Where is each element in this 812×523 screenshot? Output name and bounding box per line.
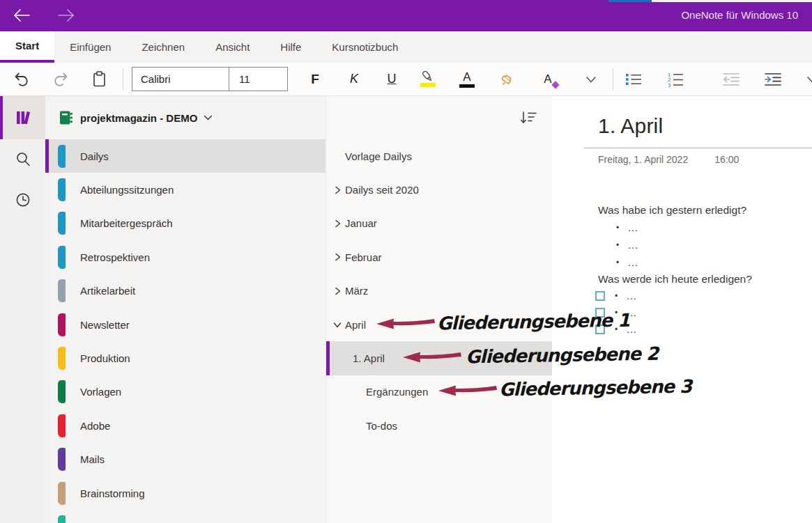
- page-label: 1. April: [353, 352, 385, 364]
- section-item[interactable]: Artikelarbeit: [45, 274, 325, 308]
- page-item[interactable]: März: [326, 274, 552, 308]
- section-color-tab-icon: [58, 178, 66, 201]
- forward-icon[interactable]: [54, 6, 78, 25]
- more-font-options-chevron[interactable]: [579, 68, 603, 91]
- notebook-name: projektmagazin - DEMO: [80, 112, 197, 124]
- titlebar: OneNote für Windows 10: [0, 0, 812, 31]
- question-line[interactable]: Was habe ich gestern erledigt?: [598, 202, 752, 219]
- font-color-button[interactable]: A: [455, 68, 479, 91]
- page-label: Dailys seit 2020: [345, 184, 419, 196]
- section-label: Brainstorming: [80, 487, 145, 499]
- ribbon-tab-label: Hilfe: [280, 41, 301, 53]
- bullet-text[interactable]: …: [627, 256, 639, 269]
- back-icon[interactable]: [10, 6, 33, 25]
- rail-item-recent-notes[interactable]: [0, 180, 45, 220]
- ribbon-tab-label: Ansicht: [215, 41, 250, 53]
- page-title[interactable]: 1. April: [598, 114, 663, 138]
- annotation-outline-level-3: Gliederungsebene 3: [499, 376, 692, 400]
- numbered-list-button[interactable]: 1 2 3: [664, 68, 687, 91]
- font-name-combobox[interactable]: Calibri: [132, 67, 229, 91]
- page-expand-chevron-icon[interactable]: [332, 286, 343, 297]
- indent-button[interactable]: [761, 68, 785, 91]
- section-item[interactable]: Brainstorming: [45, 476, 325, 510]
- page-expand-chevron-icon[interactable]: [332, 319, 343, 330]
- section-item[interactable]: Dailys: [45, 139, 325, 173]
- page-item[interactable]: Dailys seit 2020: [326, 173, 552, 206]
- section-label: Abteilungssitzungen: [80, 184, 174, 196]
- section-item[interactable]: Schnelle Notizen: [45, 510, 325, 523]
- bullet-item[interactable]: • …: [598, 253, 752, 271]
- page-label: To-dos: [366, 420, 397, 432]
- annotation-arrow-1: [374, 315, 436, 332]
- svg-text:3: 3: [668, 81, 671, 88]
- section-item[interactable]: Adobe: [45, 409, 325, 442]
- ribbon-tab[interactable]: Hilfe: [265, 31, 316, 63]
- section-label: Vorlagen: [80, 386, 121, 398]
- page-item[interactable]: Vorlage Dailys: [326, 139, 552, 173]
- font-size-combobox[interactable]: 11: [229, 67, 288, 91]
- paste-button[interactable]: [88, 68, 112, 91]
- page-item[interactable]: Januar: [326, 207, 552, 240]
- toolbar-divider: [613, 68, 613, 91]
- bullet-item[interactable]: • …: [598, 219, 752, 236]
- title-divider: [584, 148, 812, 148]
- notebook-header[interactable]: projektmagazin - DEMO: [45, 96, 325, 139]
- section-item[interactable]: Mails: [45, 443, 325, 476]
- bullet-item[interactable]: • …: [598, 236, 752, 253]
- progress-strip-blue: [608, 0, 652, 2]
- ribbon-tab-label: Zeichnen: [141, 41, 185, 53]
- page-expand-chevron-icon[interactable]: [332, 251, 343, 263]
- page-expand-chevron-icon[interactable]: [332, 185, 343, 196]
- page-time: 16:00: [714, 154, 739, 165]
- rail-item-search[interactable]: [0, 139, 45, 180]
- page-content[interactable]: 1. April Freitag, 1. April 2022 16:00 Wa…: [552, 96, 812, 523]
- ribbon-tab[interactable]: Start: [0, 31, 54, 63]
- todo-checkbox[interactable]: [595, 291, 605, 301]
- ribbon-tab[interactable]: Kursnotizbuch: [316, 31, 413, 63]
- page-label: Vorlage Dailys: [345, 150, 412, 162]
- page-item[interactable]: Februar: [326, 240, 552, 274]
- onenote-window: { "titlebar": { "title": "OneNote für Wi…: [0, 0, 812, 523]
- outdent-button[interactable]: [719, 68, 743, 91]
- page-item[interactable]: To-dos: [326, 409, 552, 442]
- bold-button[interactable]: F: [303, 68, 327, 91]
- underline-button[interactable]: U: [380, 68, 404, 91]
- section-item[interactable]: Mitarbeitergespräch: [45, 207, 325, 240]
- todo-text[interactable]: …: [626, 290, 638, 302]
- section-item[interactable]: Abteilungssitzungen: [45, 173, 325, 206]
- ribbon-tab[interactable]: Ansicht: [200, 31, 265, 63]
- pages-header: [326, 96, 552, 139]
- redo-button[interactable]: [49, 68, 72, 91]
- section-color-tab-icon: [58, 212, 66, 235]
- more-paragraph-options-chevron[interactable]: [800, 68, 812, 91]
- section-item[interactable]: Vorlagen: [45, 375, 325, 409]
- bulleted-list-button[interactable]: [622, 68, 645, 91]
- section-label: Adobe: [80, 420, 110, 432]
- indent-icon: [764, 72, 782, 87]
- ribbon-tab-bar: Start Einfügen Zeichnen Ansicht Hilfe Ku…: [0, 31, 812, 63]
- format-painter-button[interactable]: [496, 68, 519, 91]
- section-item[interactable]: Retrospektiven: [45, 240, 325, 274]
- ribbon-tab[interactable]: Zeichnen: [126, 31, 200, 63]
- page-label: Ergänzungen: [366, 386, 428, 398]
- question-line[interactable]: Was werde ich heute erledigen?: [598, 271, 752, 288]
- search-icon: [15, 151, 31, 168]
- sections-panel: projektmagazin - DEMO Dailys Abteilungss…: [45, 96, 325, 523]
- section-item[interactable]: Newsletter: [45, 308, 325, 341]
- ribbon-tab[interactable]: Einfügen: [54, 31, 126, 63]
- section-label: Mails: [80, 453, 105, 465]
- bullet-text[interactable]: …: [627, 239, 639, 251]
- todo-item[interactable]: • …: [598, 288, 752, 304]
- page-expand-chevron-icon[interactable]: [332, 218, 343, 229]
- rail-item-notebooks[interactable]: [0, 96, 45, 139]
- sort-pages-button[interactable]: [519, 108, 538, 127]
- bullet-text[interactable]: …: [627, 221, 639, 234]
- page-date: Freitag, 1. April 2022: [598, 154, 688, 165]
- toolbar-divider: [123, 68, 123, 91]
- italic-button[interactable]: K: [342, 68, 366, 91]
- bullet-marker: •: [616, 240, 619, 250]
- undo-button[interactable]: [10, 68, 33, 91]
- highlighter-button[interactable]: [416, 68, 440, 91]
- clear-formatting-button[interactable]: A: [536, 68, 560, 91]
- section-item[interactable]: Produktion: [45, 341, 325, 375]
